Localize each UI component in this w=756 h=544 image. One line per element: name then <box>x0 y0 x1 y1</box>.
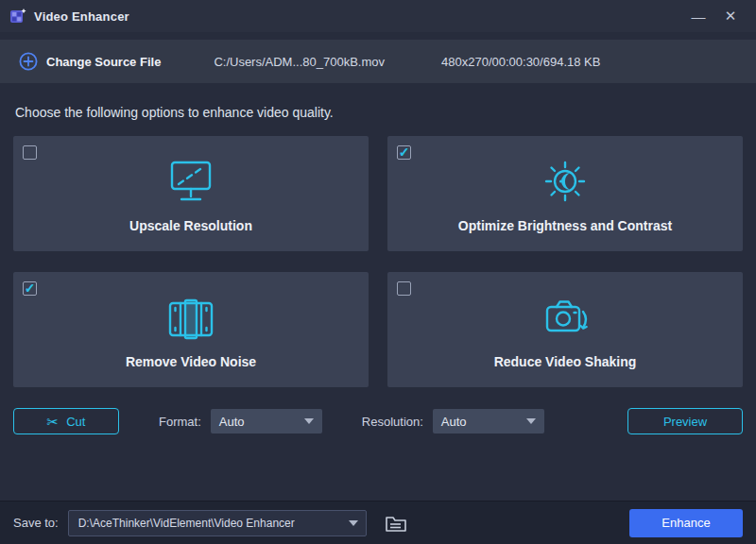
card-label: Upscale Resolution <box>129 218 252 233</box>
cut-button[interactable]: ✂ Cut <box>13 408 119 434</box>
instruction-text: Choose the following options to enhance … <box>0 83 756 136</box>
brightness-contrast-icon <box>539 154 592 207</box>
resolution-value: Auto <box>441 415 526 429</box>
title-bar: Video Enhancer — ✕ <box>0 0 756 32</box>
save-path-dropdown[interactable] <box>341 511 366 536</box>
folder-icon <box>385 514 407 533</box>
save-to-label: Save to: <box>13 516 59 530</box>
format-dropdown[interactable]: Auto <box>211 409 322 434</box>
card-label: Remove Video Noise <box>126 354 256 369</box>
scissors-icon: ✂ <box>47 415 60 429</box>
app-logo-icon <box>9 8 26 25</box>
browse-folder-button[interactable] <box>382 512 410 535</box>
upscale-resolution-checkbox[interactable] <box>23 145 37 160</box>
preview-button[interactable]: Preview <box>627 408 743 434</box>
resolution-group: Resolution: Auto <box>362 409 544 434</box>
card-remove-video-noise[interactable]: Remove Video Noise <box>13 272 369 387</box>
chevron-down-icon <box>526 418 536 424</box>
cut-button-label: Cut <box>66 415 85 429</box>
film-strip-icon <box>163 290 219 343</box>
camera-shake-icon <box>538 290 593 343</box>
card-reduce-video-shaking[interactable]: Reduce Video Shaking <box>387 272 743 387</box>
monitor-upscale-icon <box>163 154 218 207</box>
card-upscale-resolution[interactable]: Upscale Resolution <box>13 136 369 251</box>
format-value: Auto <box>219 415 304 429</box>
source-file-bar: Change Source File C:/Users/ADM...80_700… <box>0 40 756 83</box>
source-file-path: C:/Users/ADM...80_700kB.mov <box>214 55 385 69</box>
chevron-down-icon <box>304 418 314 424</box>
save-path-input[interactable]: D:\AceThinker\VidElement\Video Enhancer <box>68 510 367 536</box>
resolution-dropdown[interactable]: Auto <box>433 409 544 434</box>
format-label: Format: <box>159 415 201 429</box>
chevron-down-icon <box>349 520 358 526</box>
enhance-button[interactable]: Enhance <box>629 509 743 537</box>
footer-bar: Save to: D:\AceThinker\VidElement\Video … <box>0 501 756 544</box>
save-path-value: D:\AceThinker\VidElement\Video Enhancer <box>69 517 341 530</box>
video-enhancer-window: Video Enhancer — ✕ Change Source File C:… <box>0 0 756 544</box>
plus-circle-icon <box>19 52 38 71</box>
format-group: Format: Auto <box>159 409 322 434</box>
reduce-shaking-checkbox[interactable] <box>397 281 411 296</box>
source-file-info: 480x270/00:00:30/694.18 KB <box>441 55 600 69</box>
card-optimize-brightness-contrast[interactable]: Optimize Brightness and Contrast <box>387 136 743 251</box>
toolbar: ✂ Cut Format: Auto Resolution: Auto Prev… <box>0 387 756 434</box>
optimize-brightness-checkbox[interactable] <box>397 145 411 160</box>
minimize-button[interactable]: — <box>682 4 714 28</box>
change-source-file-label: Change Source File <box>46 55 161 69</box>
card-label: Reduce Video Shaking <box>494 354 637 369</box>
enhance-options-grid: Upscale Resolution Opti <box>0 136 756 387</box>
resolution-label: Resolution: <box>362 415 423 429</box>
change-source-file-button[interactable]: Change Source File <box>19 52 161 71</box>
window-title: Video Enhancer <box>34 9 129 24</box>
close-button[interactable]: ✕ <box>714 4 747 28</box>
card-label: Optimize Brightness and Contrast <box>458 218 672 233</box>
remove-noise-checkbox[interactable] <box>23 281 37 296</box>
